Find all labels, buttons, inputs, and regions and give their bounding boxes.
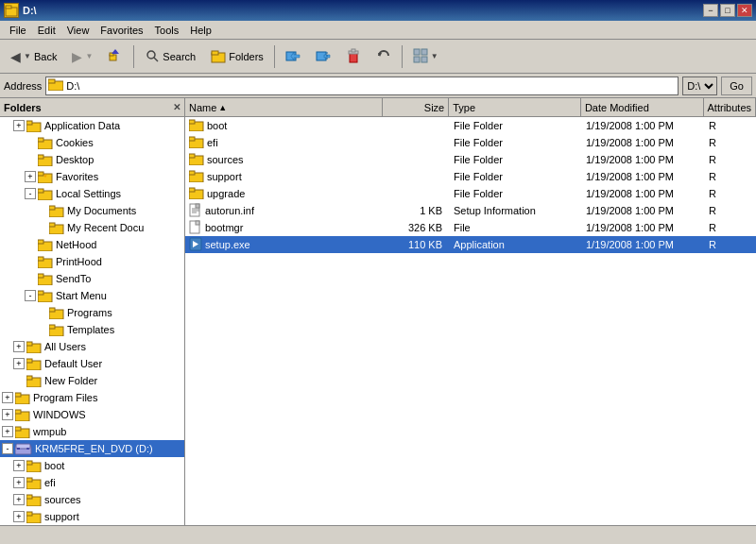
separator-1 <box>133 45 134 68</box>
col-size-header[interactable]: Size <box>383 98 449 116</box>
tree-item[interactable]: New Folder <box>0 372 184 389</box>
forward-dropdown-icon: ▼ <box>85 52 93 60</box>
file-attr: R <box>705 137 756 148</box>
close-folders-button[interactable]: ✕ <box>173 102 180 112</box>
tree-item-label: Cookies <box>56 137 94 148</box>
expand-button[interactable]: - <box>25 188 36 199</box>
tree-item-label: My Documents <box>67 205 136 216</box>
expand-button[interactable]: + <box>13 460 25 471</box>
expand-button[interactable]: + <box>2 392 13 403</box>
folder-icon <box>49 324 64 336</box>
col-type-header[interactable]: Type <box>449 98 581 116</box>
menu-edit[interactable]: Edit <box>32 23 61 38</box>
expand-button[interactable]: + <box>13 341 25 352</box>
tree-item[interactable]: PrintHood <box>0 253 184 270</box>
tree-item[interactable]: + boot <box>0 457 184 474</box>
tree-item[interactable]: Programs <box>0 304 184 321</box>
col-attr-header[interactable]: Attributes <box>704 98 756 116</box>
tree-item[interactable]: + sources <box>0 491 184 508</box>
forward-button[interactable]: ▶ ▼ <box>65 43 99 70</box>
svg-rect-20 <box>414 57 420 62</box>
tree-item[interactable]: Cookies <box>0 134 184 151</box>
file-row[interactable]: bootmgr 326 KB File 1/19/2008 1:00 PM R <box>185 219 756 236</box>
tree-item[interactable]: - Local Settings <box>0 185 184 202</box>
tree-item[interactable]: + Default User <box>0 355 184 372</box>
expand-button[interactable]: + <box>13 120 25 131</box>
folders-button[interactable]: Folders <box>204 43 270 70</box>
tree-item[interactable]: SendTo <box>0 270 184 287</box>
file-row[interactable]: efi File Folder 1/19/2008 1:00 PM R <box>185 134 756 151</box>
tree-item[interactable]: + support <box>0 508 184 525</box>
folder-icon <box>189 170 204 182</box>
folder-icon <box>26 358 42 370</box>
separator-3 <box>402 45 403 68</box>
tree-item[interactable]: NetHood <box>0 236 184 253</box>
file-type-icon <box>189 237 202 253</box>
file-row[interactable]: upgrade File Folder 1/19/2008 1:00 PM R <box>185 185 756 202</box>
back-button[interactable]: ◀ ▼ Back <box>4 43 63 70</box>
tree-item[interactable]: + Program Files <box>0 389 184 406</box>
address-input[interactable]: D:\ <box>45 76 679 95</box>
views-button[interactable]: ▼ <box>406 43 445 70</box>
tree-item[interactable]: - KRM5FRE_EN_DVD (D:) <box>0 440 184 457</box>
col-date-header[interactable]: Date Modified <box>581 98 704 116</box>
tree-item[interactable]: Desktop <box>0 151 184 168</box>
folder-icon <box>26 511 42 523</box>
folder-icon <box>189 136 204 148</box>
close-button[interactable]: ✕ <box>737 4 752 17</box>
svg-rect-65 <box>17 448 20 450</box>
move-to-button[interactable] <box>279 43 307 70</box>
search-button[interactable]: Search <box>138 43 202 70</box>
folder-tree: + Application Data Cookies Desktop+ Favo… <box>0 117 184 525</box>
menu-file[interactable]: File <box>4 23 32 38</box>
window-title: D:\ <box>23 5 37 16</box>
tree-item[interactable]: My Recent Docu <box>0 219 184 236</box>
setup-icon <box>189 203 202 217</box>
file-row[interactable]: boot File Folder 1/19/2008 1:00 PM R <box>185 117 756 134</box>
minimize-button[interactable]: − <box>703 4 718 17</box>
tree-item[interactable]: + Application Data <box>0 117 184 134</box>
expand-button[interactable]: + <box>2 409 13 420</box>
file-row[interactable]: setup.exe 110 KB Application 1/19/2008 1… <box>185 236 756 253</box>
file-row[interactable]: autorun.inf 1 KB Setup Information 1/19/… <box>185 202 756 219</box>
tree-item[interactable]: + All Users <box>0 338 184 355</box>
tree-item[interactable]: + wmpub <box>0 423 184 440</box>
tree-item[interactable]: + efi <box>0 474 184 491</box>
menu-view[interactable]: View <box>61 23 95 38</box>
copy-to-button[interactable] <box>309 43 337 70</box>
file-date: 1/19/2008 1:00 PM <box>582 137 705 148</box>
address-dropdown[interactable]: D:\ <box>682 76 717 95</box>
file-attr: R <box>705 188 756 199</box>
tree-item[interactable]: - Start Menu <box>0 287 184 304</box>
folder-icon <box>26 460 42 472</box>
tree-item[interactable]: My Documents <box>0 202 184 219</box>
go-button[interactable]: Go <box>721 76 752 95</box>
delete-button[interactable] <box>339 43 368 70</box>
expand-button[interactable]: + <box>13 511 25 522</box>
svg-rect-52 <box>26 342 32 346</box>
forward-icon: ▶ <box>72 49 82 64</box>
undo-button[interactable] <box>369 43 398 70</box>
up-button[interactable] <box>101 43 129 70</box>
expand-button[interactable]: - <box>2 443 13 454</box>
tree-item-label: Default User <box>44 358 102 369</box>
tree-item[interactable]: + WINDOWS <box>0 406 184 423</box>
svg-rect-18 <box>414 49 420 55</box>
maximize-button[interactable]: □ <box>720 4 735 17</box>
expand-button[interactable]: + <box>13 358 25 369</box>
file-type-icon <box>189 187 204 201</box>
col-name-header[interactable]: Name ▲ <box>185 98 383 116</box>
menu-help[interactable]: Help <box>184 23 217 38</box>
menu-tools[interactable]: Tools <box>149 23 185 38</box>
tree-item[interactable]: + Favorites <box>0 168 184 185</box>
file-row[interactable]: support File Folder 1/19/2008 1:00 PM R <box>185 168 756 185</box>
menu-favorites[interactable]: Favorites <box>94 23 148 38</box>
file-row[interactable]: sources File Folder 1/19/2008 1:00 PM R <box>185 151 756 168</box>
expand-button[interactable]: + <box>2 426 13 437</box>
expand-button[interactable]: + <box>13 477 25 488</box>
expand-button[interactable]: + <box>13 494 25 505</box>
expand-button[interactable]: - <box>25 290 36 301</box>
folder-icon <box>189 153 204 165</box>
expand-button[interactable]: + <box>25 171 36 182</box>
tree-item[interactable]: Templates <box>0 321 184 338</box>
